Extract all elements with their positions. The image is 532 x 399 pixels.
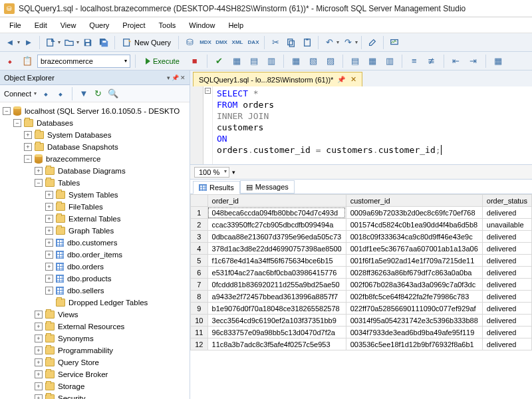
client-stats-icon[interactable]: ▨ [323, 54, 338, 68]
tab-close-icon[interactable]: ✕ [350, 75, 356, 84]
table-row[interactable]: 1048beca6ccda094fb80bbc704d7c493d0009a69… [191, 207, 532, 219]
grid-cell[interactable]: 0018c09f333634ca9c80d9ff46e43e9c [346, 231, 482, 243]
analysis-mdx-icon[interactable]: MDX [198, 35, 213, 50]
grid-cell[interactable]: 3ecc3564cd9c6190ef2a103f37351bb9 [207, 315, 346, 327]
decrease-indent-icon[interactable]: ⇤ [449, 54, 464, 68]
grid-cell[interactable]: delivered [482, 243, 531, 255]
messages-tab[interactable]: ▤ Messages [240, 180, 295, 194]
tree-databases[interactable]: −Databases [0, 117, 190, 129]
grid-cell[interactable]: 022ff70a52856690111090c077ef929af [346, 303, 482, 315]
new-query-button[interactable]: New Query [118, 35, 175, 50]
tree-querystore[interactable]: +Query Store [0, 356, 190, 368]
display-plan-icon[interactable]: ▦ [229, 54, 244, 68]
execute-button[interactable]: Execute [140, 54, 185, 68]
open-icon[interactable] [62, 35, 76, 50]
disconnect-icon[interactable]: ⬥ [41, 88, 51, 99]
results-file-icon[interactable]: ▥ [382, 54, 397, 68]
copy-icon[interactable] [284, 35, 299, 50]
menu-edit[interactable]: Edit [28, 19, 54, 31]
grid-cell[interactable]: delivered [482, 291, 531, 303]
comment-icon[interactable]: ≡ [407, 54, 422, 68]
undo-icon[interactable]: ↶ [322, 35, 336, 50]
results-text-icon[interactable]: ▤ [348, 54, 362, 68]
col-order-id[interactable]: order_id [207, 195, 346, 207]
change-connection-icon[interactable]: ⬥ [3, 54, 17, 68]
available-db-icon[interactable]: 📋 [20, 54, 35, 68]
pin-icon[interactable]: 📌 [172, 74, 179, 81]
analysis-xmla-icon[interactable]: XML [230, 35, 245, 50]
results-grid[interactable]: order_id customer_id order_status 1048be… [190, 194, 532, 399]
tab-pin-icon[interactable]: 📌 [337, 76, 345, 83]
grid-cell[interactable]: delivered [482, 231, 531, 243]
stop-icon[interactable]: ⬥ [55, 88, 66, 99]
cancel-query-icon[interactable]: ■ [188, 54, 202, 68]
menu-help[interactable]: Help [221, 19, 250, 31]
db-engine-query-icon[interactable]: ⛁ [182, 35, 197, 50]
grid-cell[interactable]: 96c833757e09a98bb5c13d0470d7f2a [207, 327, 346, 338]
grid-cell[interactable]: e531f04ac27aac6bf0cba03986415776 [207, 267, 346, 279]
grid-cell[interactable]: 002fb8fc5ce64f8422fa2fe79986c783 [346, 291, 482, 303]
grid-cell[interactable]: f1c678e4d14a34ff56f675634bce6b15 [207, 255, 346, 267]
table-row[interactable]: 6e531f04ac27aac6bf0cba039864157760028ff3… [191, 267, 532, 279]
nav-fwd-icon[interactable]: ► [21, 35, 36, 50]
grid-cell[interactable]: 002f067b028a3643ad3a0969c7a0f3dc [346, 279, 482, 291]
table-row[interactable]: 103ecc3564cd9c6190ef2a103f37351bb900314f… [191, 315, 532, 327]
refresh-icon[interactable]: ↻ [93, 88, 104, 99]
tree-storage[interactable]: +Storage [0, 380, 190, 392]
tree-table-customers[interactable]: +dbo.customers [0, 237, 190, 249]
table-row[interactable]: 2ccac33950ffc27cb905dbcdfb099494a001574c… [191, 219, 532, 231]
grid-cell[interactable]: delivered [482, 315, 531, 327]
tree-synonyms[interactable]: +Synonyms [0, 332, 190, 344]
tree-programmability[interactable]: +Programmability [0, 344, 190, 356]
tree-diagrams[interactable]: +Database Diagrams [0, 165, 190, 177]
grid-cell[interactable]: delivered [482, 207, 531, 219]
grid-cell[interactable]: delivered [482, 255, 531, 267]
menu-file[interactable]: File [3, 19, 28, 31]
grid-cell[interactable]: 001f6f1a5e902ad14e1f709a7215de11 [346, 255, 482, 267]
row-number[interactable]: 2 [191, 219, 208, 231]
table-row[interactable]: 5f1c678e4d14a34ff56f675634bce6b15001f6f1… [191, 255, 532, 267]
tree-extres[interactable]: +External Resources [0, 321, 190, 332]
zoom-combobox[interactable]: 100 % [194, 167, 229, 178]
query-options-icon[interactable]: ▤ [247, 54, 261, 68]
save-icon[interactable] [80, 35, 95, 50]
tree-snapshots[interactable]: +Database Snapshots [0, 141, 190, 153]
menu-window[interactable]: Window [182, 19, 221, 31]
grid-cell[interactable]: 0dbcaa88e213607d3795e96eda505c73 [207, 231, 346, 243]
results-grid-icon[interactable]: ▦ [365, 54, 380, 68]
menu-tools[interactable]: Tools [152, 19, 183, 31]
editor-code[interactable]: SELECT * FROM orders INNER JOIN customer… [213, 86, 446, 164]
uncomment-icon[interactable]: ≢ [424, 54, 439, 68]
grid-cell[interactable]: ccac33950ffc27cb905dbcdfb099494a [207, 219, 346, 231]
grid-cell[interactable]: 11c8a3b7adc8c3f5afe4f0257c5e953 [207, 338, 346, 350]
grid-cell[interactable]: 001df1ee5c36767aa607001ab1a13a06 [346, 243, 482, 255]
tree-server[interactable]: −localhost (SQL Server 16.0.1050.5 - DES… [0, 105, 190, 117]
row-number[interactable]: 3 [191, 231, 208, 243]
table-row[interactable]: 1211c8a3b7adc8c3f5afe4f0257c5e953003536c… [191, 338, 532, 350]
cut-icon[interactable]: ✂ [268, 35, 283, 50]
row-number[interactable]: 9 [191, 303, 208, 315]
col-order-status[interactable]: order_status [482, 195, 531, 207]
tree-system-databases[interactable]: +System Databases [0, 129, 190, 141]
grid-cell[interactable]: 0009a69b72033b2d0ec8c69fc70ef768 [346, 207, 482, 219]
grid-cell[interactable]: delivered [482, 267, 531, 279]
grid-cell[interactable]: unavailable [482, 219, 531, 231]
table-row[interactable]: 30dbcaa88e213607d3795e96eda505c730018c09… [191, 231, 532, 243]
tree-table-orders[interactable]: +dbo.orders [0, 261, 190, 273]
paste-icon[interactable] [300, 35, 315, 50]
tree-views[interactable]: +Views [0, 309, 190, 321]
grid-cell[interactable]: delivered [482, 303, 531, 315]
results-tab[interactable]: Results [193, 181, 240, 194]
grid-cell[interactable]: 0034f7933de3ead6bd9ba49afe95f119 [346, 327, 482, 338]
table-row[interactable]: 4378d1ac3d8e22dd46990757398ae8500001df1e… [191, 243, 532, 255]
row-number[interactable]: 4 [191, 243, 208, 255]
grid-cell[interactable]: 0fcddd81b836920211d255a9bd25ae50 [207, 279, 346, 291]
row-number[interactable]: 5 [191, 255, 208, 267]
nav-back-icon[interactable]: ◄ [3, 35, 17, 50]
new-project-icon[interactable] [43, 35, 58, 50]
search-icon[interactable]: 🔍 [108, 88, 118, 99]
tree-userdb[interactable]: −brazecommerce [0, 153, 190, 165]
tree-graphtables[interactable]: +Graph Tables [0, 225, 190, 237]
tree-table-order-items[interactable]: +dbo.order_items [0, 249, 190, 261]
grid-cell[interactable]: 003536c5ee18f1d12b9bf76932f8a6b1 [346, 338, 482, 350]
